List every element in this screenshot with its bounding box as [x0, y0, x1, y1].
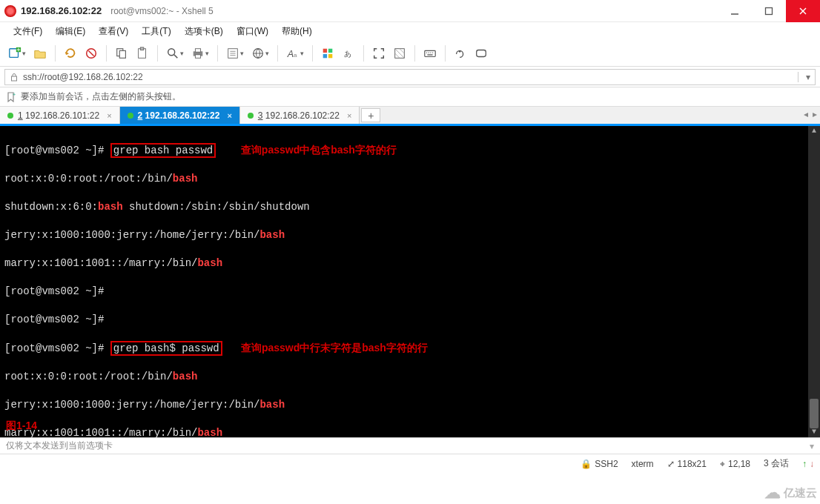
xagent-button[interactable]: ▾ [248, 44, 272, 63]
address-bar: ssh://root@192.168.26.102:22 ▾ [0, 67, 820, 87]
compose-button[interactable] [472, 44, 491, 63]
svg-rect-37 [427, 54, 432, 55]
status-protocol: 🔒SSH2 [581, 459, 618, 469]
session-tab-3[interactable]: 3 192.168.26.102:22 × [240, 107, 360, 124]
menu-file[interactable]: 文件(F) [7, 24, 48, 39]
open-session-button[interactable] [30, 44, 50, 63]
svg-text:a: a [294, 51, 297, 58]
print-button[interactable]: ▾ [188, 44, 212, 63]
arrow-up-icon: ↑ [802, 459, 807, 469]
tab-nav-arrows[interactable]: ◂▸ [804, 109, 817, 119]
menu-view[interactable]: 查看(V) [93, 24, 134, 39]
svg-rect-27 [328, 48, 332, 52]
terminal-scrollbar[interactable]: ▲ ▼ [808, 126, 820, 437]
session-tab-2[interactable]: 2 192.168.26.102:22 × [120, 107, 240, 124]
maximize-button[interactable] [752, 0, 786, 22]
highlighted-command-1: grep bash passwd [110, 143, 216, 158]
bookmark-add-icon[interactable]: + [6, 92, 16, 102]
status-dot-icon [7, 113, 13, 119]
tab-close-icon[interactable]: × [227, 111, 231, 120]
svg-rect-18 [195, 54, 200, 58]
new-session-button[interactable]: ▾ [5, 44, 29, 63]
svg-line-15 [174, 54, 178, 58]
address-text: ssh://root@192.168.26.102:22 [23, 72, 143, 82]
copy-button[interactable] [112, 44, 131, 63]
session-tab-1[interactable]: 1 192.168.26.101:22 × [0, 107, 120, 124]
find-button[interactable]: ▾ [163, 44, 187, 63]
scroll-thumb[interactable] [810, 399, 819, 428]
scroll-up-icon[interactable]: ▲ [808, 126, 820, 136]
svg-point-36 [432, 52, 433, 53]
menu-help[interactable]: 帮助(H) [276, 24, 318, 39]
menu-window[interactable]: 窗口(W) [231, 24, 274, 39]
lock-icon: 🔒 [581, 459, 592, 469]
close-button[interactable] [786, 0, 820, 22]
send-mode-hint[interactable]: 仅将文本发送到当前选项卡 ▾ [0, 437, 820, 454]
transparency-button[interactable] [390, 44, 409, 63]
resize-icon: ⤢ [667, 459, 675, 469]
tab-close-icon[interactable]: × [107, 111, 111, 120]
menu-edit[interactable]: 编辑(E) [50, 24, 91, 39]
svg-rect-28 [323, 53, 327, 57]
menu-tabs[interactable]: 选项卡(B) [179, 24, 229, 39]
annotation-1: 查询passwd中包含bash字符的行 [241, 144, 397, 156]
session-hint-text: 要添加当前会话，点击左侧的箭头按钮。 [21, 90, 181, 103]
menu-bar: 文件(F) 编辑(E) 查看(V) 工具(T) 选项卡(B) 窗口(W) 帮助(… [0, 22, 820, 40]
paste-button[interactable] [133, 44, 152, 63]
svg-point-33 [426, 52, 427, 53]
svg-text:+: + [13, 92, 16, 97]
svg-rect-13 [140, 47, 144, 50]
tab-close-icon[interactable]: × [347, 111, 351, 120]
terminal-area[interactable]: [root@vms002 ~]# grep bash passwd 查询pass… [0, 126, 820, 437]
window-title-sub: root@vms002:~ - Xshell 5 [110, 6, 214, 16]
cloud-icon: ☁ [764, 483, 781, 503]
reconnect-button[interactable] [61, 44, 80, 63]
address-field[interactable]: ssh://root@192.168.26.102:22 ▾ [4, 69, 816, 85]
svg-point-38 [459, 50, 461, 52]
title-bar: 192.168.26.102:22 root@vms002:~ - Xshell… [0, 0, 820, 22]
status-dot-icon [128, 113, 133, 119]
menu-tools[interactable]: 工具(T) [136, 24, 176, 39]
scroll-down-icon[interactable]: ▼ [808, 427, 820, 437]
annotation-2: 查询passwd中行末字符是bash字符的行 [241, 342, 428, 354]
status-sessions: 3 会话 [764, 457, 789, 470]
quick-command-button[interactable] [451, 44, 470, 63]
status-bar: 🔒SSH2 xterm ⤢118x21 ⌖12,18 3 会话 ↑ ↓ [0, 454, 820, 473]
arrow-down-icon: ↓ [810, 459, 814, 469]
lock-icon [10, 73, 19, 82]
disconnect-button[interactable] [82, 44, 101, 63]
status-cursor-pos: ⌖12,18 [720, 459, 750, 469]
watermark: ☁ 亿速云 [764, 483, 817, 503]
figure-label: 图1-14 [6, 419, 37, 433]
position-icon: ⌖ [720, 459, 725, 469]
session-tabs: 1 192.168.26.101:22 × 2 192.168.26.102:2… [0, 107, 820, 126]
svg-rect-40 [12, 76, 17, 81]
encoding-button[interactable]: あ [339, 44, 358, 63]
svg-point-35 [430, 52, 431, 53]
minimize-button[interactable] [718, 0, 752, 22]
svg-rect-11 [119, 50, 125, 58]
svg-rect-17 [195, 48, 200, 52]
svg-line-9 [88, 50, 93, 56]
svg-rect-1 [766, 7, 773, 14]
fullscreen-button[interactable] [369, 44, 388, 63]
svg-text:あ: あ [344, 49, 351, 57]
svg-text:A: A [287, 48, 294, 59]
status-dot-icon [248, 113, 254, 119]
add-tab-button[interactable]: + [361, 108, 380, 122]
send-hint-dropdown-icon[interactable]: ▾ [810, 441, 814, 451]
app-logo-icon [4, 5, 16, 17]
svg-point-14 [168, 48, 175, 55]
color-scheme-button[interactable] [318, 44, 337, 63]
properties-button[interactable]: ▾ [223, 44, 247, 63]
svg-rect-26 [323, 48, 327, 52]
font-button[interactable]: Aa▾ [283, 44, 307, 63]
address-dropdown-icon[interactable]: ▾ [798, 72, 810, 82]
keyboard-button[interactable] [420, 44, 440, 63]
status-terminal-type: xterm [632, 459, 654, 469]
svg-rect-32 [425, 50, 435, 56]
session-hint-bar: + 要添加当前会话，点击左侧的箭头按钮。 [0, 87, 820, 107]
window-title-main: 192.168.26.102:22 [21, 5, 102, 16]
svg-rect-29 [328, 53, 332, 57]
toolbar: ▾ ▾ ▾ ▾ ▾ Aa▾ あ [0, 40, 820, 67]
